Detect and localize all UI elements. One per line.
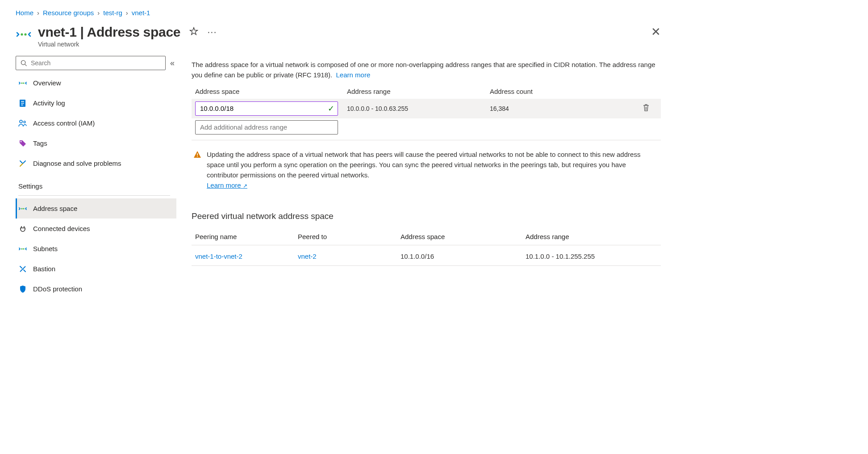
svg-point-13 — [21, 208, 22, 209]
breadcrumb: Home › Resource groups › test-rg › vnet-… — [16, 0, 661, 25]
nav-overview[interactable]: Overview — [16, 73, 176, 93]
collapse-sidebar-button[interactable]: « — [168, 59, 176, 68]
chevron-right-icon: › — [126, 9, 128, 17]
svg-point-5 — [23, 82, 24, 84]
svg-rect-18 — [197, 156, 198, 157]
log-icon — [18, 99, 27, 108]
ellipsis-icon: ··· — [207, 26, 217, 38]
svg-point-10 — [20, 120, 22, 123]
plug-icon — [18, 224, 27, 233]
delete-row-button[interactable] — [635, 104, 657, 113]
nav-ddos[interactable]: DDoS protection — [16, 279, 176, 299]
svg-rect-8 — [21, 103, 24, 104]
nav-section-settings: Settings — [16, 182, 176, 190]
main-content: The address space for a virtual network … — [192, 56, 661, 299]
people-icon — [18, 119, 27, 128]
search-input[interactable] — [31, 59, 161, 67]
nav-label: Diagnose and solve problems — [33, 160, 121, 167]
close-icon: ✕ — [651, 25, 661, 38]
peered-to-link[interactable]: vnet-2 — [298, 252, 401, 260]
resource-type-label: Virtual network — [38, 41, 217, 48]
chevron-double-left-icon: « — [170, 59, 175, 67]
vnet-icon — [18, 204, 27, 213]
nav-subnets[interactable]: Subnets — [16, 239, 176, 259]
external-link-icon: ↗ — [243, 183, 247, 189]
breadcrumb-resource-groups[interactable]: Resource groups — [43, 9, 94, 17]
learn-more-link[interactable]: Learn more — [336, 71, 371, 79]
svg-point-11 — [24, 121, 25, 123]
col-address-space: Address space — [195, 88, 347, 95]
search-box[interactable] — [16, 56, 166, 70]
nav-label: Address space — [33, 205, 77, 212]
warning-icon — [193, 151, 201, 191]
page-title: vnet-1 | Address space — [38, 25, 180, 40]
peered-section-title: Peered virtual network address space — [192, 211, 661, 221]
address-count-value: 16,384 — [490, 105, 635, 112]
divider — [18, 195, 170, 196]
nav-bastion[interactable]: Bastion — [16, 259, 176, 279]
trash-icon — [643, 104, 650, 112]
star-icon — [189, 27, 198, 36]
svg-point-16 — [23, 248, 24, 249]
col-peer-address-range: Address range — [526, 233, 657, 240]
col-peer-address-space: Address space — [401, 233, 526, 240]
svg-point-2 — [21, 60, 25, 64]
breadcrumb-rg-name[interactable]: test-rg — [103, 9, 122, 17]
col-address-count: Address count — [490, 88, 635, 95]
nav-iam[interactable]: Access control (IAM) — [16, 113, 176, 133]
bastion-icon — [18, 265, 27, 273]
nav-label: Activity log — [33, 99, 65, 107]
col-address-range: Address range — [347, 88, 490, 95]
col-peering-name: Peering name — [195, 233, 298, 240]
nav-activity-log[interactable]: Activity log — [16, 93, 176, 113]
svg-point-1 — [24, 33, 26, 35]
wrench-icon — [18, 159, 27, 168]
svg-rect-17 — [197, 153, 198, 156]
chevron-right-icon: › — [37, 9, 39, 17]
add-address-range-input[interactable] — [195, 120, 338, 135]
vnet-icon — [18, 244, 27, 253]
checkmark-icon: ✓ — [328, 104, 334, 114]
nav-label: Access control (IAM) — [33, 119, 95, 127]
warning-learn-more-link[interactable]: Learn more ↗ — [207, 181, 247, 189]
peer-address-range-value: 10.1.0.0 - 10.1.255.255 — [526, 252, 657, 260]
favorite-button[interactable] — [189, 27, 198, 38]
description-text: The address space for a virtual network … — [192, 59, 661, 80]
peering-row: vnet-1-to-vnet-2 vnet-2 10.1.0.0/16 10.1… — [192, 245, 661, 266]
nav-diagnose[interactable]: Diagnose and solve problems — [16, 153, 176, 173]
nav-address-space[interactable]: Address space — [16, 198, 176, 219]
warning-banner: Updating the address space of a virtual … — [193, 149, 659, 191]
svg-point-14 — [23, 208, 24, 209]
breadcrumb-home[interactable]: Home — [16, 9, 33, 17]
nav-label: Connected devices — [33, 225, 90, 232]
nav-connected-devices[interactable]: Connected devices — [16, 219, 176, 239]
svg-point-0 — [21, 33, 23, 35]
nav-label: DDoS protection — [33, 285, 82, 293]
tag-icon — [18, 139, 27, 148]
svg-rect-7 — [21, 101, 24, 102]
search-icon — [21, 60, 27, 67]
vnet-icon — [18, 79, 27, 88]
svg-point-12 — [21, 141, 22, 142]
vnet-icon — [16, 26, 32, 42]
nav-label: Subnets — [33, 245, 58, 252]
shield-icon — [18, 285, 27, 294]
svg-rect-9 — [21, 105, 23, 105]
more-button[interactable]: ··· — [207, 28, 217, 37]
col-peered-to: Peered to — [298, 233, 401, 240]
close-button[interactable]: ✕ — [651, 27, 661, 36]
peering-name-link[interactable]: vnet-1-to-vnet-2 — [195, 252, 298, 260]
svg-line-3 — [25, 64, 27, 66]
nav-label: Overview — [33, 79, 61, 87]
address-space-input[interactable] — [195, 101, 338, 116]
sidebar: « Overview Activity log Access control (… — [16, 56, 176, 299]
warning-text: Updating the address space of a virtual … — [207, 151, 640, 179]
svg-point-4 — [21, 82, 22, 84]
breadcrumb-vnet[interactable]: vnet-1 — [132, 9, 150, 17]
svg-point-15 — [21, 248, 22, 249]
address-range-value: 10.0.0.0 - 10.0.63.255 — [347, 105, 490, 112]
chevron-right-icon: › — [97, 9, 100, 17]
nav-label: Bastion — [33, 265, 55, 273]
nav-tags[interactable]: Tags — [16, 133, 176, 153]
address-row: ✓ 10.0.0.0 - 10.0.63.255 16,384 — [192, 99, 661, 118]
